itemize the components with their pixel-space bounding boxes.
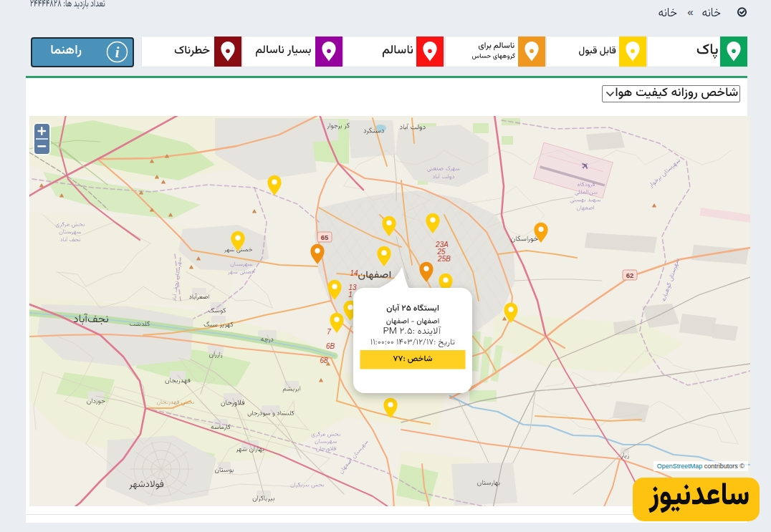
svg-text:65: 65 — [321, 233, 329, 241]
svg-text:62: 62 — [626, 271, 634, 279]
svg-text:68: 68 — [320, 357, 328, 364]
svg-text:1: 1 — [348, 291, 353, 299]
svg-text:6B: 6B — [326, 342, 335, 350]
svg-text:25B: 25B — [437, 255, 451, 263]
svg-text:«: « — [687, 6, 693, 18]
svg-text:7: 7 — [327, 328, 331, 336]
svg-text:14: 14 — [350, 269, 358, 277]
